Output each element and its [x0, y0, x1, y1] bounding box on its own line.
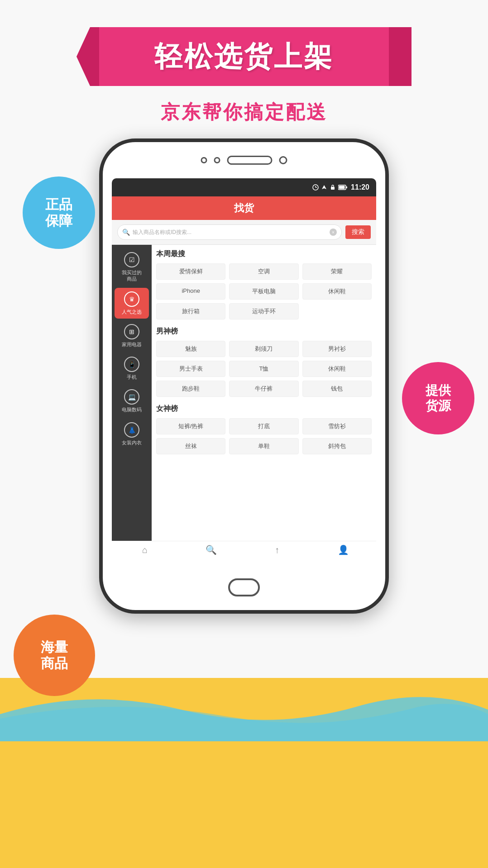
tag-txu[interactable]: T恤	[229, 361, 298, 377]
tag-dadi[interactable]: 打底	[229, 418, 298, 434]
tag-rongyao[interactable]: 荣耀	[302, 263, 372, 280]
phone-speaker	[227, 156, 273, 165]
tag-danxie[interactable]: 单鞋	[229, 438, 298, 454]
tag-aiqing[interactable]: 爱情保鲜	[156, 263, 225, 280]
nav-item-me[interactable]: 👤 我	[310, 544, 376, 556]
sidebar-item-computer[interactable]: 💻 电脑数码	[115, 386, 149, 416]
tag-siwia[interactable]: 丝袜	[156, 438, 225, 454]
tag-niuzaiku[interactable]: 牛仔裤	[229, 381, 298, 397]
bubble-zhengpin: 正品保障	[23, 176, 95, 249]
sidebar-item-fashion[interactable]: 👗 女装内衣	[115, 419, 149, 449]
tag-xiekuabao[interactable]: 斜挎包	[302, 438, 372, 454]
tag-tixudao[interactable]: 剃须刀	[229, 341, 298, 357]
nav-street-icon: ⌂	[142, 545, 148, 555]
sidebar-fashion-label: 女装内衣	[122, 439, 142, 446]
section-title-female: 女神榜	[156, 404, 372, 414]
nav-find-icon: 🔍	[206, 544, 217, 555]
sidebar: ☑ 我买过的商品 ♛ 人气之选 ⊞ 家用电器 📱	[112, 245, 152, 541]
sidebar-computer-label: 电脑数码	[122, 406, 142, 413]
sidebar-computer-icon: 💻	[124, 389, 139, 405]
tag-yundongshouhuan[interactable]: 运动手环	[229, 303, 298, 320]
phone-screen: 11:20 找货 🔍 输入商品名称或ID搜索... × 搜索	[112, 178, 376, 556]
sidebar-phone-label: 手机	[127, 374, 137, 380]
search-icon: 🔍	[122, 229, 130, 236]
tag-paobuixe[interactable]: 跑步鞋	[156, 381, 225, 397]
sidebar-appliances-label: 家用电器	[122, 341, 142, 348]
status-bar: 11:20	[112, 178, 376, 196]
banner-ribbon: 轻松选货上架	[90, 27, 398, 86]
search-button[interactable]: 搜索	[345, 225, 371, 239]
content-area: 本周最搜 爱情保鲜 空调 荣耀 iPhone 平板电脑 休闲鞋 旅行箱 运动手环	[152, 245, 376, 541]
weekly-tags: 爱情保鲜 空调 荣耀 iPhone 平板电脑 休闲鞋 旅行箱 运动手环	[156, 263, 372, 320]
app-body: ☑ 我买过的商品 ♛ 人气之选 ⊞ 家用电器 📱	[112, 245, 376, 541]
male-tags: 魅族 剃须刀 男衬衫 男士手表 T恤 休闲鞋 跑步鞋 牛仔裤 钱包	[156, 341, 372, 397]
tag-xuefengshan[interactable]: 雪纺衫	[302, 418, 372, 434]
bubble-zhengpin-text: 正品保障	[45, 196, 72, 229]
app-header-title: 找货	[234, 201, 254, 215]
search-input-container[interactable]: 🔍 输入商品名称或ID搜索... ×	[117, 224, 342, 240]
phone-mockup: 11:20 找货 🔍 输入商品名称或ID搜索... × 搜索	[99, 138, 389, 614]
sidebar-phone-icon: 📱	[124, 357, 139, 372]
app-header: 找货	[112, 196, 376, 220]
sidebar-fashion-icon: 👗	[124, 422, 139, 438]
bottom-nav: ⌂ 京享街 🔍 找货 ↑ 分享管理 👤 我	[112, 541, 376, 556]
tag-xiuxiaxie[interactable]: 休闲鞋	[302, 283, 372, 300]
bubble-hailiang: 海量商品	[14, 615, 95, 696]
subtitle: 京东帮你搞定配送	[161, 100, 327, 125]
banner-text: 轻松选货上架	[154, 38, 334, 76]
sidebar-item-phone[interactable]: 📱 手机	[115, 353, 149, 384]
battery-icon	[338, 185, 347, 190]
bubble-hailiang-text: 海量商品	[41, 639, 68, 672]
svg-marker-3	[322, 185, 326, 189]
nav-me-icon: 👤	[338, 544, 349, 555]
location-icon	[321, 184, 327, 191]
tag-pingban[interactable]: 平板电脑	[229, 283, 298, 300]
sidebar-popular-icon: ♛	[124, 291, 139, 307]
tag-xiuxiaxie2[interactable]: 休闲鞋	[302, 361, 372, 377]
tag-kongtiao[interactable]: 空调	[229, 263, 298, 280]
nav-item-find[interactable]: 🔍 找货	[178, 544, 244, 556]
nav-item-street[interactable]: ⌂ 京享街	[112, 545, 178, 556]
phone-camera	[279, 156, 287, 164]
search-placeholder: 输入商品名称或ID搜索...	[133, 229, 327, 236]
svg-rect-6	[346, 186, 347, 188]
bubble-supply-text: 提供货源	[426, 383, 451, 413]
tag-nanchenshan[interactable]: 男衬衫	[302, 341, 372, 357]
female-tags: 短裤/热裤 打底 雪纺衫 丝袜 单鞋 斜挎包	[156, 418, 372, 454]
status-icons	[312, 184, 347, 191]
sidebar-bought-icon: ☑	[124, 252, 139, 267]
sidebar-item-appliances[interactable]: ⊞ 家用电器	[115, 320, 149, 351]
phone-shell: 11:20 找货 🔍 输入商品名称或ID搜索... × 搜索	[99, 138, 389, 614]
sidebar-item-popular[interactable]: ♛ 人气之选	[115, 288, 149, 319]
phone-top-bar	[201, 156, 287, 165]
sidebar-popular-label: 人气之选	[122, 309, 142, 315]
bubble-supply: 提供货源	[402, 362, 474, 434]
sidebar-item-bought[interactable]: ☑ 我买过的商品	[115, 248, 149, 286]
phone-dot-2	[214, 157, 220, 163]
nav-item-share[interactable]: ↑ 分享管理	[244, 545, 310, 556]
tag-qianbao[interactable]: 钱包	[302, 381, 372, 397]
tag-duanku[interactable]: 短裤/热裤	[156, 418, 225, 434]
search-bar[interactable]: 🔍 输入商品名称或ID搜索... × 搜索	[112, 220, 376, 245]
section-title-male: 男神榜	[156, 327, 372, 336]
tag-lvxingxiang[interactable]: 旅行箱	[156, 303, 225, 320]
phone-home-button[interactable]	[228, 578, 260, 596]
lock-icon	[330, 184, 336, 191]
clock-icon	[312, 184, 319, 191]
page-content: 轻松选货上架 京东帮你搞定配送	[0, 0, 488, 868]
tag-meizu[interactable]: 魅族	[156, 341, 225, 357]
phone-dot-1	[201, 157, 207, 163]
search-clear-button[interactable]: ×	[330, 229, 337, 236]
sidebar-appliances-icon: ⊞	[124, 324, 139, 339]
status-time: 11:20	[351, 183, 369, 191]
tag-nanshishoubiao[interactable]: 男士手表	[156, 361, 225, 377]
section-title-weekly: 本周最搜	[156, 249, 372, 259]
svg-rect-4	[331, 187, 335, 190]
nav-share-icon: ↑	[275, 545, 279, 555]
sidebar-bought-label: 我买过的商品	[122, 269, 142, 282]
tag-iphone[interactable]: iPhone	[156, 283, 225, 300]
svg-rect-7	[339, 186, 345, 189]
